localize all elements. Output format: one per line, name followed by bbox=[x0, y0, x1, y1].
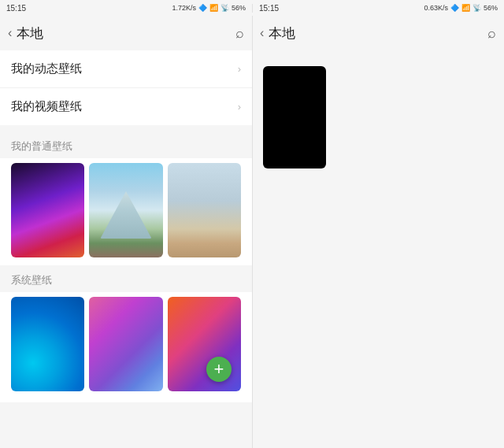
search-icon-right[interactable]: ⌕ bbox=[487, 25, 496, 42]
dynamic-wallpaper-label: 我的动态壁纸 bbox=[11, 61, 82, 76]
system-wallpaper-pink[interactable] bbox=[89, 297, 162, 391]
bluetooth-icon-right: 🔷 bbox=[450, 4, 459, 12]
wallpaper-thumb-purple[interactable] bbox=[11, 163, 84, 257]
search-icon-left[interactable]: ⌕ bbox=[235, 25, 244, 42]
battery-right: 56% bbox=[484, 4, 498, 12]
back-button-left[interactable]: ‹ bbox=[8, 26, 12, 40]
time-right: 15:15 bbox=[259, 4, 279, 13]
system-wallpapers-grid: + bbox=[0, 292, 252, 402]
status-icons-right: 0.63K/s 🔷 📶 📡 56% bbox=[424, 4, 498, 12]
time-left: 15:15 bbox=[6, 4, 26, 13]
left-title: 本地 bbox=[17, 24, 235, 43]
chevron-icon-dynamic: › bbox=[238, 63, 241, 75]
menu-section: 我的动态壁纸 › 我的视频壁纸 › bbox=[0, 50, 252, 125]
chevron-icon-video: › bbox=[238, 101, 241, 113]
status-bar-right: 15:15 0.63K/s 🔷 📶 📡 56% bbox=[252, 4, 504, 13]
bluetooth-icon-left: 🔷 bbox=[198, 4, 207, 12]
signal-right: 📶 bbox=[461, 4, 470, 12]
wallpaper-thumb-seagull[interactable] bbox=[168, 163, 241, 257]
add-wallpaper-button[interactable]: + bbox=[206, 357, 232, 382]
system-wallpapers-section-label: 系统壁纸 bbox=[0, 265, 252, 292]
wifi-left: 📡 bbox=[220, 4, 229, 12]
signal-left: 📶 bbox=[209, 4, 218, 12]
video-wallpaper-label: 我的视频壁纸 bbox=[11, 99, 82, 114]
right-panel: ‹ 本地 ⌕ bbox=[252, 16, 504, 448]
my-wallpapers-section-label: 我的普通壁纸 bbox=[0, 131, 252, 158]
left-panel: ‹ 本地 ⌕ 我的动态壁纸 › 我的视频壁纸 › 我的普通壁纸 系统壁纸 + bbox=[0, 16, 252, 448]
my-wallpapers-grid bbox=[0, 158, 252, 265]
battery-left: 56% bbox=[232, 4, 246, 12]
network-speed-left: 1.72K/s bbox=[172, 4, 196, 12]
back-button-right[interactable]: ‹ bbox=[260, 26, 264, 40]
system-wallpaper-blue[interactable] bbox=[11, 297, 84, 391]
dynamic-wallpaper-item[interactable]: 我的动态壁纸 › bbox=[0, 50, 252, 88]
status-bar: 15:15 1.72K/s 🔷 📶 📡 56% 15:15 0.63K/s 🔷 … bbox=[0, 0, 504, 16]
wifi-right: 📡 bbox=[472, 4, 481, 12]
right-title: 本地 bbox=[269, 24, 487, 43]
phone-preview bbox=[263, 66, 326, 168]
status-bar-left: 15:15 1.72K/s 🔷 📶 📡 56% bbox=[0, 4, 252, 13]
status-icons-left: 1.72K/s 🔷 📶 📡 56% bbox=[172, 4, 246, 12]
preview-area bbox=[252, 50, 504, 176]
wallpaper-thumb-mountain[interactable] bbox=[89, 163, 162, 257]
network-speed-right: 0.63K/s bbox=[424, 4, 448, 12]
video-wallpaper-item[interactable]: 我的视频壁纸 › bbox=[0, 88, 252, 125]
system-wallpaper-orange[interactable]: + bbox=[168, 297, 241, 391]
panel-divider bbox=[252, 0, 253, 448]
left-header: ‹ 本地 ⌕ bbox=[0, 16, 252, 50]
right-header: ‹ 本地 ⌕ bbox=[252, 16, 504, 50]
